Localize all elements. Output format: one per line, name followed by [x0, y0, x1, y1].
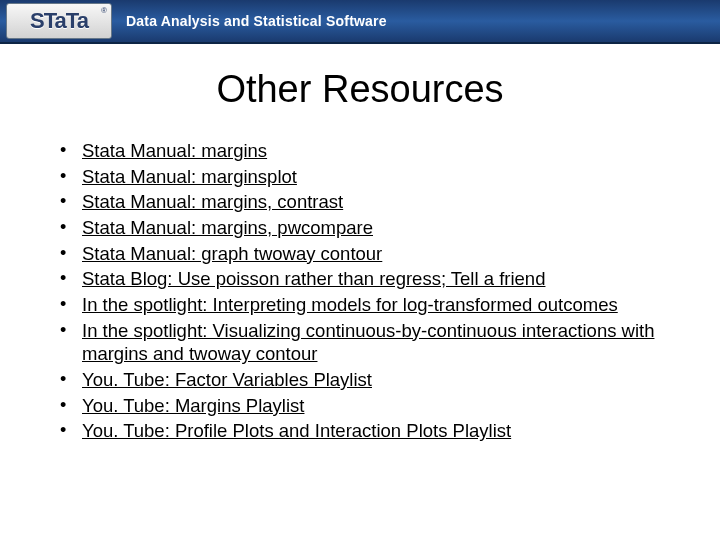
- list-item: Stata Manual: margins, contrast: [54, 190, 680, 214]
- resource-link[interactable]: In the spotlight: Visualizing continuous…: [82, 320, 654, 365]
- list-item: Stata Blog: Use poisson rather than regr…: [54, 267, 680, 291]
- registered-icon: ®: [101, 6, 107, 15]
- list-item: You. Tube: Profile Plots and Interaction…: [54, 419, 680, 443]
- list-item: You. Tube: Margins Playlist: [54, 394, 680, 418]
- list-item: You. Tube: Factor Variables Playlist: [54, 368, 680, 392]
- slide-body: Other Resources Stata Manual: margins St…: [0, 44, 720, 443]
- resource-link[interactable]: Stata Blog: Use poisson rather than regr…: [82, 268, 545, 289]
- tagline: Data Analysis and Statistical Software: [126, 13, 387, 29]
- resource-link[interactable]: You. Tube: Factor Variables Playlist: [82, 369, 372, 390]
- list-item: In the spotlight: Interpreting models fo…: [54, 293, 680, 317]
- resource-link[interactable]: Stata Manual: marginsplot: [82, 166, 297, 187]
- resource-link[interactable]: Stata Manual: margins: [82, 140, 267, 161]
- list-item: Stata Manual: margins: [54, 139, 680, 163]
- stata-logo: STaTa ®: [6, 3, 112, 39]
- list-item: In the spotlight: Visualizing continuous…: [54, 319, 680, 366]
- resource-link[interactable]: Stata Manual: margins, pwcompare: [82, 217, 373, 238]
- page-title: Other Resources: [40, 68, 680, 111]
- resource-link[interactable]: You. Tube: Profile Plots and Interaction…: [82, 420, 511, 441]
- resource-link[interactable]: You. Tube: Margins Playlist: [82, 395, 304, 416]
- resource-link[interactable]: Stata Manual: margins, contrast: [82, 191, 343, 212]
- resource-link[interactable]: In the spotlight: Interpreting models fo…: [82, 294, 618, 315]
- resource-link[interactable]: Stata Manual: graph twoway contour: [82, 243, 382, 264]
- list-item: Stata Manual: margins, pwcompare: [54, 216, 680, 240]
- logo-text: STaTa: [30, 8, 88, 34]
- resources-list: Stata Manual: margins Stata Manual: marg…: [40, 139, 680, 443]
- list-item: Stata Manual: marginsplot: [54, 165, 680, 189]
- list-item: Stata Manual: graph twoway contour: [54, 242, 680, 266]
- header-banner: STaTa ® Data Analysis and Statistical So…: [0, 0, 720, 44]
